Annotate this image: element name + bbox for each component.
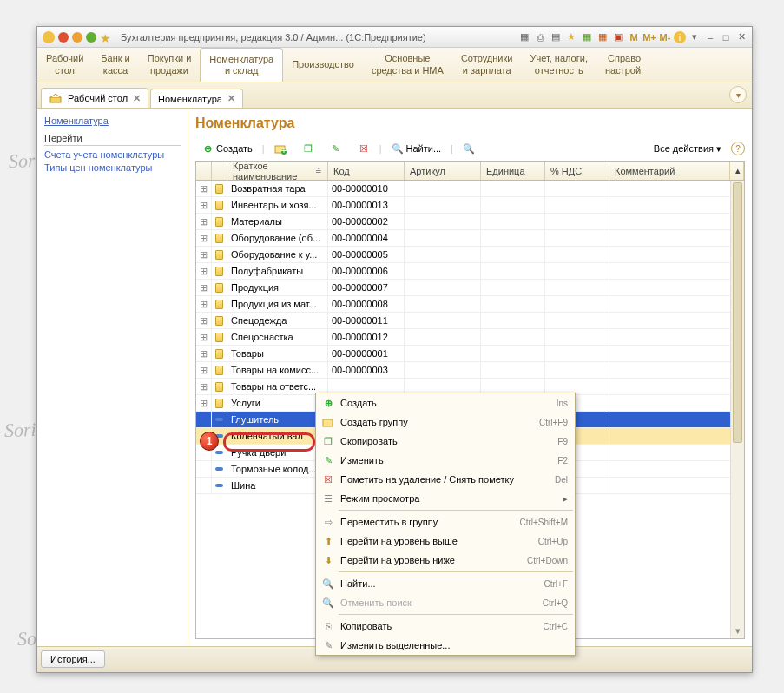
menu-item-0[interactable]: Рабочийстол: [37, 48, 92, 82]
nav-fwd-icon[interactable]: [72, 32, 82, 43]
menu-item-3[interactable]: Номенклатураи склад: [200, 48, 283, 82]
tool-icon-3[interactable]: ▤: [549, 31, 563, 43]
ctx-копировать[interactable]: ⎘КопироватьCtrl+C: [316, 617, 575, 636]
ctx-найти---[interactable]: 🔍Найти...Ctrl+F: [316, 574, 575, 593]
tab-desktop[interactable]: Рабочий стол ✕: [41, 88, 148, 108]
menu-item-7[interactable]: Учет, налоги,отчетность: [521, 48, 596, 82]
table-row[interactable]: ⊞Возвратная тара00-00000010: [196, 181, 744, 197]
expand-icon[interactable]: ⊞: [196, 181, 212, 196]
expand-icon[interactable]: ⊞: [196, 230, 212, 246]
expand-icon[interactable]: [196, 412, 212, 427]
ctx-перейти-на-уровень-ниже[interactable]: ⬇Перейти на уровень нижеCtrl+Down: [316, 551, 575, 570]
ctx-переместить-в-группу[interactable]: ⇨Переместить в группуCtrl+Shift+M: [316, 512, 575, 531]
col-comment[interactable]: Комментарий: [609, 162, 730, 180]
col-unit[interactable]: Единица: [481, 162, 545, 180]
menu-item-5[interactable]: Основныесредства и НМА: [363, 48, 452, 82]
col-scroll-up[interactable]: ▴: [730, 162, 744, 180]
ctx-режим-просмотра[interactable]: ☰Режим просмотра▸: [316, 489, 575, 508]
m-plus-btn[interactable]: M+: [642, 31, 656, 43]
dropdown-icon[interactable]: ▾: [688, 31, 702, 43]
sidebar-title[interactable]: Номенклатура: [44, 116, 181, 126]
expand-icon[interactable]: [196, 461, 212, 477]
table-row[interactable]: ⊞Полуфабрикаты00-00000006: [196, 263, 744, 280]
m-minus-btn[interactable]: M-: [658, 31, 672, 43]
expand-icon[interactable]: ⊞: [196, 395, 212, 411]
help-button[interactable]: ?: [731, 142, 745, 155]
expand-icon[interactable]: ⊞: [196, 263, 212, 279]
col-nds[interactable]: % НДС: [545, 162, 609, 180]
ctx-создать[interactable]: ⊕СоздатьIns: [316, 393, 575, 412]
expand-icon[interactable]: ⊞: [196, 197, 212, 213]
tab-close-icon[interactable]: ✕: [227, 93, 235, 104]
expand-icon[interactable]: ⊞: [196, 329, 212, 345]
edit-button[interactable]: ✎: [324, 139, 348, 158]
expand-icon[interactable]: ⊞: [196, 280, 212, 295]
tool-icon-1[interactable]: ▦: [517, 31, 531, 43]
expand-icon[interactable]: ⊞: [196, 296, 212, 312]
expand-icon[interactable]: [196, 478, 212, 493]
table-row[interactable]: ⊞Продукция из мат...00-00000008: [196, 296, 744, 313]
nav-back-icon[interactable]: [58, 32, 69, 43]
ctx-скопировать[interactable]: ❐СкопироватьF9: [316, 432, 575, 451]
table-row[interactable]: ⊞Оборудование к у...00-00000005: [196, 247, 744, 263]
maximize-btn[interactable]: □: [719, 31, 733, 43]
delete-button[interactable]: ☒: [352, 139, 376, 158]
ctx-создать-группу[interactable]: Создать группуCtrl+F9: [316, 412, 575, 432]
expand-icon[interactable]: ⊞: [196, 362, 212, 378]
search-cancel-button[interactable]: 🔍: [457, 139, 481, 158]
table-row[interactable]: ⊞Оборудование (об...00-00000004: [196, 230, 744, 247]
scrollbar-v[interactable]: ▾: [730, 181, 744, 638]
nav-refresh-icon[interactable]: [86, 32, 96, 43]
close-btn[interactable]: ✕: [735, 31, 748, 43]
scroll-thumb[interactable]: [733, 182, 742, 443]
table-row[interactable]: ⊞Товары00-00000001: [196, 346, 744, 362]
tool-icon-5[interactable]: ▦: [580, 31, 594, 43]
scroll-down-icon[interactable]: ▾: [731, 625, 744, 637]
table-row[interactable]: ⊞Товары на комисс...00-00000003: [196, 362, 744, 379]
table-row[interactable]: ⊞Инвентарь и хозя...00-00000013: [196, 197, 744, 214]
menu-item-4[interactable]: Производство: [283, 48, 363, 82]
create-folder-button[interactable]: +: [268, 139, 293, 158]
menu-item-2[interactable]: Покупки ипродажи: [139, 48, 201, 82]
collapse-icon[interactable]: ▾: [729, 86, 747, 103]
history-button[interactable]: История...: [41, 650, 105, 668]
menu-item-1[interactable]: Банк икасса: [92, 48, 138, 82]
expand-icon[interactable]: ⊞: [196, 214, 212, 229]
ctx-изменить[interactable]: ✎ИзменитьF2: [316, 451, 575, 470]
menu-item-6[interactable]: Сотрудникии зарплата: [452, 48, 522, 82]
expand-icon[interactable]: ⊞: [196, 346, 212, 361]
ctx-shortcut: Ctrl+Up: [538, 537, 568, 546]
copy-button[interactable]: ❐: [296, 139, 320, 158]
fav-icon[interactable]: ★: [564, 31, 578, 43]
ctx-перейти-на-уровень-выше[interactable]: ⬆Перейти на уровень вышеCtrl+Up: [316, 531, 575, 551]
col-name[interactable]: Краткое наименование≐: [227, 162, 328, 180]
sidebar-link-accounts[interactable]: Счета учета номенклатуры: [44, 149, 181, 160]
expand-icon[interactable]: ⊞: [196, 379, 212, 394]
info-icon[interactable]: i: [674, 31, 686, 43]
tab-label: Рабочий стол: [68, 93, 128, 103]
expand-icon[interactable]: ⊞: [196, 247, 212, 262]
find-button[interactable]: 🔍 Найти...: [385, 139, 448, 158]
all-actions-button[interactable]: Все действия ▾: [648, 139, 728, 158]
create-button[interactable]: ⊕ Создать: [195, 139, 259, 158]
m-btn[interactable]: M: [627, 31, 641, 43]
table-row[interactable]: ⊞Материалы00-00000002: [196, 214, 744, 230]
table-row[interactable]: ⊞Спецоснастка00-00000012: [196, 329, 744, 346]
col-article[interactable]: Артикул: [405, 162, 481, 180]
print-icon[interactable]: ⎙: [533, 31, 547, 43]
tab-nomenclature[interactable]: Номенклатура ✕: [150, 89, 243, 108]
col-code[interactable]: Код: [328, 162, 405, 180]
expand-icon[interactable]: ⊞: [196, 313, 212, 328]
table-row[interactable]: ⊞Спецодежда00-00000011: [196, 313, 744, 329]
star-icon[interactable]: ★: [100, 31, 112, 43]
minimize-btn[interactable]: –: [703, 31, 717, 43]
table-row[interactable]: ⊞Продукция00-00000007: [196, 280, 744, 296]
sidebar-link-prices[interactable]: Типы цен номенклатуры: [44, 162, 181, 173]
ctx-label: Изменить: [337, 455, 557, 465]
calc-icon[interactable]: ▦: [596, 31, 609, 43]
tab-close-icon[interactable]: ✕: [133, 93, 141, 104]
ctx-пометить-на-удаление---снять-пометку[interactable]: ☒Пометить на удаление / Снять пометкуDel: [316, 470, 575, 489]
calendar-icon[interactable]: ▣: [611, 31, 625, 43]
ctx-изменить-выделенные---[interactable]: ✎Изменить выделенные...: [316, 636, 575, 655]
menu-item-8[interactable]: Справонастрой.: [596, 48, 652, 82]
